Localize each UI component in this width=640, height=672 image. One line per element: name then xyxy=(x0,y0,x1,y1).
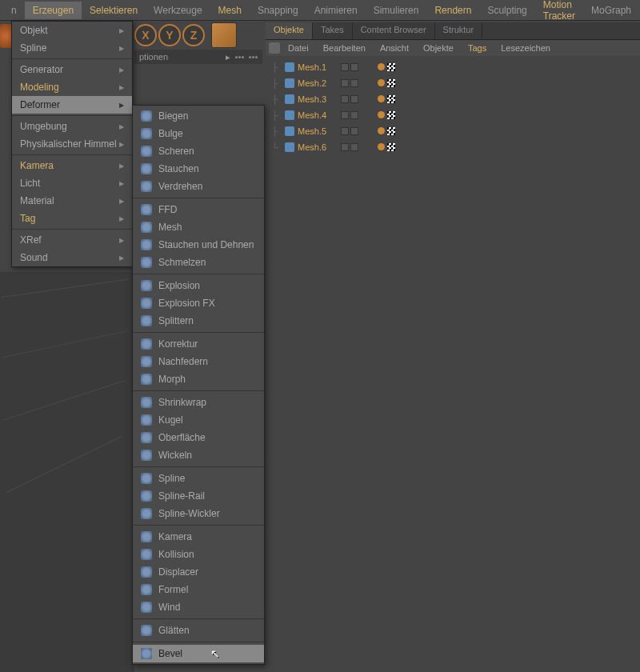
submenu-nachfedern[interactable]: Nachfedern xyxy=(133,353,264,370)
render-toggle[interactable] xyxy=(350,127,358,135)
dropdown-umgebung[interactable]: Umgebung▶ xyxy=(12,118,132,135)
submenu-splittern[interactable]: Splittern xyxy=(133,312,264,330)
visibility-toggle[interactable] xyxy=(341,79,349,87)
menubar-werkzeuge[interactable]: Werkzeuge xyxy=(146,2,210,19)
tag-phong-icon[interactable] xyxy=(378,111,385,118)
menubar-erzeugen[interactable]: Erzeugen xyxy=(25,2,82,19)
submenu-wind[interactable]: Wind xyxy=(133,598,264,616)
submenu-glätten[interactable]: Glätten xyxy=(133,622,264,639)
object-row[interactable]: ├Mesh.3 xyxy=(266,91,640,107)
submenu-stauchen-und-dehnen[interactable]: Stauchen und Dehnen xyxy=(133,236,264,254)
visibility-toggle[interactable] xyxy=(341,127,349,135)
tag-uvw-icon[interactable] xyxy=(387,127,395,135)
dropdown-physikalischer-himmel[interactable]: Physikalischer Himmel▶ xyxy=(12,135,132,153)
submenu-morph[interactable]: Morph xyxy=(133,370,264,388)
tab-objekte[interactable]: Objekte xyxy=(266,22,313,39)
submenu-formel[interactable]: Formel xyxy=(133,581,264,598)
menubar-sculpting[interactable]: Sculpting xyxy=(479,2,534,19)
tag-phong-icon[interactable] xyxy=(378,127,385,134)
render-toggle[interactable] xyxy=(350,111,358,119)
obj-menu-bearbeiten[interactable]: Bearbeiten xyxy=(317,42,372,54)
dropdown-xref[interactable]: XRef▶ xyxy=(12,231,132,249)
obj-menu-datei[interactable]: Datei xyxy=(282,42,315,54)
dropdown-licht[interactable]: Licht▶ xyxy=(12,174,132,192)
submenu-spline[interactable]: Spline xyxy=(133,470,264,487)
options-bar[interactable]: ptionen ▸ xyxy=(134,50,262,64)
submenu-stauchen[interactable]: Stauchen xyxy=(133,160,264,178)
dropdown-tag[interactable]: Tag▶ xyxy=(12,210,132,227)
submenu-bulge[interactable]: Bulge xyxy=(133,125,264,142)
obj-menu-lesezeichen[interactable]: Lesezeichen xyxy=(494,42,557,54)
menubar-animieren[interactable]: Animieren xyxy=(306,2,366,19)
menubar-snapping[interactable]: Snapping xyxy=(250,2,306,19)
tab-takes[interactable]: Takes xyxy=(313,22,353,39)
submenu-explosion-fx[interactable]: Explosion FX xyxy=(133,294,264,312)
object-row[interactable]: └Mesh.6 xyxy=(266,139,640,155)
dropdown-objekt[interactable]: Objekt▶ xyxy=(12,22,132,39)
tag-phong-icon[interactable] xyxy=(378,95,385,102)
tag-uvw-icon[interactable] xyxy=(387,79,395,87)
submenu-biegen[interactable]: Biegen xyxy=(133,107,264,125)
tag-uvw-icon[interactable] xyxy=(387,63,395,71)
submenu-kollision[interactable]: Kollision xyxy=(133,546,264,563)
menubar-rendern[interactable]: Rendern xyxy=(426,2,479,19)
tag-uvw-icon[interactable] xyxy=(387,143,395,151)
tab-content-browser[interactable]: Content Browser xyxy=(353,22,435,39)
axis-z-button[interactable]: Z xyxy=(182,24,205,46)
object-row[interactable]: ├Mesh.4 xyxy=(266,107,640,123)
render-toggle[interactable] xyxy=(350,95,358,103)
submenu-mesh[interactable]: Mesh xyxy=(133,218,264,236)
submenu-oberfläche[interactable]: Oberfläche xyxy=(133,429,264,446)
submenu-spline-wickler[interactable]: Spline-Wickler xyxy=(133,505,264,522)
dropdown-kamera[interactable]: Kamera▶ xyxy=(12,157,132,174)
tag-phong-icon[interactable] xyxy=(378,79,385,86)
menubar-simulieren[interactable]: Simulieren xyxy=(366,2,427,19)
submenu-displacer[interactable]: Displacer xyxy=(133,563,264,581)
submenu-explosion[interactable]: Explosion xyxy=(133,277,264,294)
dropdown-spline[interactable]: Spline▶ xyxy=(12,39,132,57)
axis-y-button[interactable]: Y xyxy=(158,24,181,46)
visibility-toggle[interactable] xyxy=(341,95,349,103)
render-toggle[interactable] xyxy=(350,143,358,151)
submenu-bevel[interactable]: Bevel xyxy=(133,645,264,662)
submenu-scheren[interactable]: Scheren xyxy=(133,142,264,160)
obj-menu-tags[interactable]: Tags xyxy=(462,42,493,54)
dropdown-modeling[interactable]: Modeling▶ xyxy=(12,78,132,96)
tag-uvw-icon[interactable] xyxy=(387,111,395,119)
object-row[interactable]: ├Mesh.2 xyxy=(266,75,640,91)
tag-phong-icon[interactable] xyxy=(378,143,385,150)
object-row[interactable]: ├Mesh.1 xyxy=(266,59,640,75)
render-toggle[interactable] xyxy=(350,79,358,87)
obj-menu-ansicht[interactable]: Ansicht xyxy=(374,42,415,54)
submenu-verdrehen[interactable]: Verdrehen xyxy=(133,178,264,195)
dropdown-deformer[interactable]: Deformer▶ xyxy=(12,96,132,114)
viewport-area[interactable] xyxy=(0,272,134,672)
submenu-schmelzen[interactable]: Schmelzen xyxy=(133,254,264,271)
menubar-mesh[interactable]: Mesh xyxy=(210,2,250,19)
submenu-kugel[interactable]: Kugel xyxy=(133,411,264,429)
visibility-toggle[interactable] xyxy=(341,63,349,71)
panel-grip-icon[interactable] xyxy=(269,42,280,54)
dropdown-material[interactable]: Material▶ xyxy=(12,192,132,210)
menubar-motion tracker[interactable]: Motion Tracker xyxy=(535,0,583,25)
object-row[interactable]: ├Mesh.5 xyxy=(266,123,640,139)
submenu-spline-rail[interactable]: Spline-Rail xyxy=(133,487,264,505)
cube-tool-button[interactable] xyxy=(211,22,237,48)
axis-x-button[interactable]: X xyxy=(134,24,157,46)
submenu-ffd[interactable]: FFD xyxy=(133,201,264,218)
submenu-shrinkwrap[interactable]: Shrinkwrap xyxy=(133,394,264,411)
submenu-korrektur[interactable]: Korrektur xyxy=(133,335,264,353)
menubar-mograph[interactable]: MoGraph xyxy=(583,2,639,19)
render-toggle[interactable] xyxy=(350,63,358,71)
dropdown-sound[interactable]: Sound▶ xyxy=(12,249,132,266)
submenu-kamera[interactable]: Kamera xyxy=(133,528,264,546)
menubar-selektieren[interactable]: Selektieren xyxy=(82,2,146,19)
tag-uvw-icon[interactable] xyxy=(387,95,395,103)
submenu-wickeln[interactable]: Wickeln xyxy=(133,446,264,464)
menubar-n[interactable]: n xyxy=(3,2,25,19)
tag-phong-icon[interactable] xyxy=(378,63,385,70)
tab-struktur[interactable]: Struktur xyxy=(435,22,483,39)
visibility-toggle[interactable] xyxy=(341,143,349,151)
visibility-toggle[interactable] xyxy=(341,111,349,119)
obj-menu-objekte[interactable]: Objekte xyxy=(417,42,460,54)
